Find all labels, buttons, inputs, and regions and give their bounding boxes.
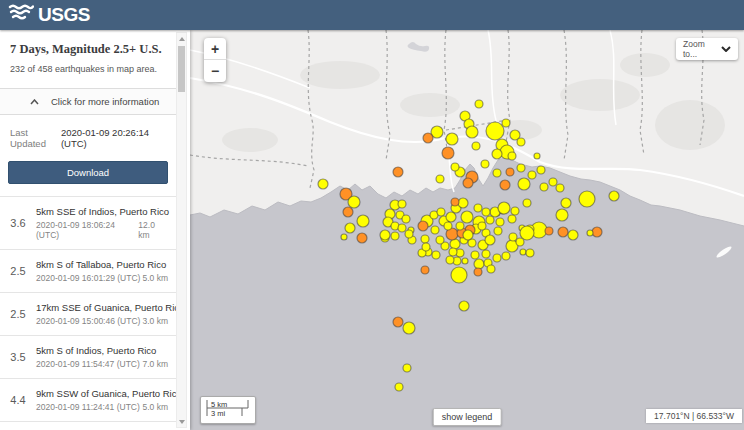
earthquake-marker[interactable]: [422, 243, 430, 251]
earthquake-marker[interactable]: [380, 230, 390, 240]
earthquake-marker[interactable]: [391, 232, 399, 240]
earthquake-list-item[interactable]: 3.6 5km SSE of Indios, Puerto Rico 2020-…: [0, 196, 176, 249]
earthquake-marker[interactable]: [451, 267, 467, 283]
earthquake-marker[interactable]: [558, 227, 568, 237]
show-legend-button[interactable]: show legend: [433, 408, 502, 426]
earthquake-marker[interactable]: [509, 233, 517, 241]
earthquake-marker[interactable]: [446, 133, 458, 145]
earthquake-marker[interactable]: [587, 230, 593, 236]
earthquake-marker[interactable]: [446, 212, 456, 222]
earthquake-marker[interactable]: [534, 153, 540, 159]
earthquake-marker[interactable]: [549, 178, 557, 186]
earthquake-marker[interactable]: [444, 222, 452, 230]
earthquake-marker[interactable]: [403, 322, 415, 334]
earthquake-marker[interactable]: [474, 204, 482, 212]
earthquake-marker[interactable]: [431, 226, 439, 234]
earthquake-marker[interactable]: [357, 233, 367, 243]
earthquake-marker[interactable]: [561, 198, 571, 208]
earthquake-marker[interactable]: [463, 230, 473, 240]
earthquake-marker[interactable]: [537, 166, 545, 174]
earthquake-marker[interactable]: [357, 215, 369, 227]
earthquake-marker[interactable]: [478, 222, 486, 230]
sidebar-scrollbar[interactable]: [176, 32, 187, 428]
earthquake-marker[interactable]: [518, 178, 530, 190]
earthquake-list-item[interactable]: 3.5 5km S of Indios, Puerto Rico 2020-01…: [0, 335, 176, 378]
zoom-to-dropdown[interactable]: Zoom to...: [676, 38, 738, 60]
earthquake-list-item[interactable]: 3km SE of Maria Antonia, Puerto R: [0, 421, 176, 430]
earthquake-marker[interactable]: [508, 215, 516, 223]
earthquake-marker[interactable]: [462, 258, 468, 264]
earthquake-marker[interactable]: [494, 227, 502, 235]
earthquake-marker[interactable]: [442, 147, 454, 159]
earthquake-marker[interactable]: [446, 256, 454, 264]
earthquake-marker[interactable]: [528, 171, 536, 179]
map-canvas[interactable]: [190, 30, 744, 430]
usgs-logo[interactable]: USGS: [8, 3, 90, 27]
earthquake-marker[interactable]: [436, 175, 444, 183]
earthquake-marker[interactable]: [459, 301, 469, 311]
earthquake-marker[interactable]: [523, 199, 531, 207]
earthquake-marker[interactable]: [486, 122, 504, 140]
earthquake-marker[interactable]: [540, 183, 548, 191]
earthquake-marker[interactable]: [496, 218, 504, 226]
earthquake-marker[interactable]: [345, 223, 355, 233]
earthquake-marker[interactable]: [463, 178, 473, 188]
earthquake-marker[interactable]: [341, 234, 347, 240]
earthquake-marker[interactable]: [466, 126, 478, 138]
zoom-out-button[interactable]: −: [204, 60, 226, 82]
earthquake-marker[interactable]: [502, 119, 510, 127]
earthquake-list-item[interactable]: 4.4 9km SSW of Guanica, Puerto Rico 2020…: [0, 378, 176, 421]
download-button[interactable]: Download: [8, 161, 168, 184]
earthquake-marker[interactable]: [318, 179, 328, 189]
earthquake-marker[interactable]: [398, 224, 406, 232]
earthquake-marker[interactable]: [517, 164, 525, 172]
earthquake-marker[interactable]: [432, 251, 440, 259]
scroll-down-icon[interactable]: [177, 416, 186, 427]
earthquake-marker[interactable]: [436, 236, 444, 244]
earthquake-marker[interactable]: [418, 221, 428, 231]
earthquake-marker[interactable]: [421, 266, 429, 274]
earthquake-marker[interactable]: [481, 160, 489, 168]
earthquake-marker[interactable]: [482, 208, 490, 216]
earthquake-marker[interactable]: [393, 317, 403, 327]
earthquake-list-item[interactable]: 2.5 17km SSE of Guanica, Puerto Rico 202…: [0, 292, 176, 335]
earthquake-marker[interactable]: [402, 215, 410, 223]
earthquake-marker[interactable]: [500, 180, 510, 190]
earthquake-marker[interactable]: [508, 152, 516, 160]
earthquake-marker[interactable]: [471, 251, 479, 259]
earthquake-marker[interactable]: [398, 200, 406, 208]
earthquake-marker[interactable]: [451, 163, 459, 171]
earthquake-marker[interactable]: [592, 227, 602, 237]
earthquake-marker[interactable]: [403, 364, 411, 372]
earthquake-marker[interactable]: [348, 196, 360, 208]
earthquake-marker[interactable]: [474, 268, 482, 276]
earthquake-marker[interactable]: [502, 252, 510, 260]
earthquake-marker[interactable]: [405, 230, 413, 238]
earthquake-marker[interactable]: [556, 209, 568, 221]
zoom-in-button[interactable]: +: [204, 38, 226, 60]
earthquake-marker[interactable]: [498, 202, 510, 214]
earthquake-marker[interactable]: [456, 222, 464, 230]
earthquake-marker[interactable]: [516, 238, 524, 246]
earthquake-marker[interactable]: [474, 259, 484, 269]
earthquake-marker[interactable]: [506, 168, 514, 176]
more-information-toggle[interactable]: Click for more information: [0, 88, 176, 115]
earthquake-marker[interactable]: [556, 184, 564, 192]
earthquake-marker[interactable]: [451, 198, 459, 206]
earthquake-marker[interactable]: [568, 230, 578, 240]
earthquake-marker[interactable]: [517, 138, 525, 146]
earthquake-marker[interactable]: [458, 198, 468, 208]
scroll-up-icon[interactable]: [177, 33, 186, 44]
earthquake-marker[interactable]: [449, 248, 457, 256]
scrollbar-thumb[interactable]: [178, 46, 185, 92]
earthquake-marker[interactable]: [526, 249, 534, 257]
earthquake-marker[interactable]: [520, 249, 526, 255]
earthquake-marker[interactable]: [493, 254, 501, 262]
earthquake-list-item[interactable]: 2.5 8km S of Tallaboa, Puerto Rico 2020-…: [0, 249, 176, 292]
earthquake-marker[interactable]: [520, 226, 534, 240]
earthquake-marker[interactable]: [393, 167, 403, 177]
earthquake-marker[interactable]: [461, 211, 473, 223]
earthquake-marker[interactable]: [437, 208, 445, 216]
earthquake-marker[interactable]: [609, 191, 619, 201]
earthquake-marker[interactable]: [511, 207, 519, 215]
